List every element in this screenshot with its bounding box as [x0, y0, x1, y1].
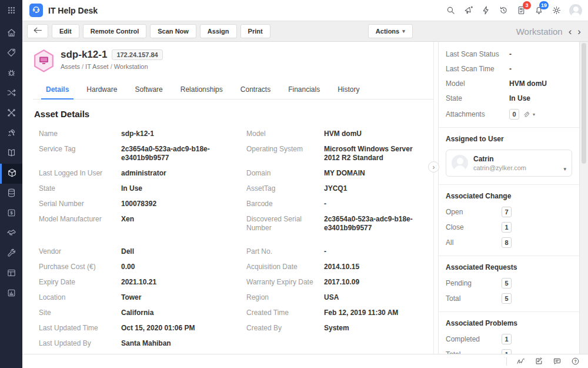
zap-icon[interactable] — [481, 5, 491, 15]
paperclip-icon[interactable] — [522, 111, 530, 118]
sidebar-item-solutions[interactable] — [0, 144, 22, 164]
count-badge[interactable]: 8 — [502, 237, 512, 248]
purchases-icon: $ — [6, 208, 16, 220]
announcement-icon[interactable] — [463, 5, 473, 15]
sidebar-item-home[interactable] — [0, 24, 22, 44]
prev-asset-button[interactable]: ‹ — [569, 26, 572, 37]
summary-panel: Last Scan Status- Last Scan Time- ModelH… — [438, 42, 579, 354]
breadcrumb: Assets/IT Asset/Workstation — [61, 63, 163, 70]
approvals-icon[interactable]: 3 — [516, 5, 526, 15]
sidebar-item-admin[interactable] — [0, 244, 22, 264]
sidebar-item-dashboard[interactable] — [0, 264, 22, 284]
approvals-badge: 3 — [523, 1, 531, 9]
zia-icon[interactable] — [516, 357, 525, 366]
sidebar-item-cmdb[interactable] — [0, 184, 22, 204]
count-badge[interactable]: 5 — [502, 278, 512, 289]
sidebar-item-changes[interactable] — [0, 84, 22, 104]
breadcrumb-it-asset[interactable]: IT Asset — [85, 63, 109, 70]
panel-row: StateIn Use — [446, 94, 572, 102]
tab-details[interactable]: Details — [38, 81, 77, 99]
sidebar: $ — [0, 0, 22, 368]
tab-contracts[interactable]: Contracts — [232, 81, 279, 99]
sidebar-item-requests[interactable] — [0, 44, 22, 64]
context-label: Workstation — [516, 26, 563, 37]
home-icon — [6, 28, 16, 40]
user-email: catrin@zylker.com — [473, 164, 526, 171]
panel-gutter: › — [433, 42, 438, 354]
app-logo — [29, 4, 43, 17]
tab-hardware[interactable]: Hardware — [78, 81, 125, 99]
toolbar: Edit Remote Control Scan Now Assign Prin… — [22, 21, 588, 42]
panel-collapse-handle[interactable]: › — [428, 161, 439, 173]
app-grid-icon[interactable] — [0, 0, 22, 20]
detail-row: SiteCaliforniaCreated TimeFeb 12, 2019 1… — [39, 309, 433, 317]
associated-problems-heading: Associated Problems — [446, 319, 572, 327]
changes-icon — [6, 88, 16, 100]
scan-now-button[interactable]: Scan Now — [150, 24, 196, 38]
tab-relationships[interactable]: Relationships — [172, 81, 231, 99]
asset-details-group1: Namesdp-k12-1ModelHVM domU Service Tag2c… — [33, 130, 433, 233]
count-badge[interactable]: 1 — [502, 334, 512, 344]
svg-text:$: $ — [10, 210, 13, 216]
edit-button[interactable]: Edit — [52, 24, 79, 38]
detail-row: Expiry Date2021.10.21Warranty Expiry Dat… — [39, 278, 433, 287]
count-badge[interactable]: 1 — [502, 222, 512, 233]
page-scrollbar[interactable] — [579, 42, 588, 354]
help-icon[interactable]: ? — [571, 357, 580, 366]
gear-icon[interactable] — [552, 5, 562, 15]
breadcrumb-assets[interactable]: Assets — [61, 63, 80, 70]
notifications-icon[interactable]: 19 — [534, 5, 544, 15]
print-button[interactable]: Print — [240, 24, 270, 38]
assign-button[interactable]: Assign — [200, 24, 237, 38]
user-name: Catrin — [473, 155, 526, 163]
detail-row: Namesdp-k12-1ModelHVM domU — [39, 130, 433, 138]
asset-detail-pane: sdp-k12-1 172.24.157.84 Assets/IT Asset/… — [22, 42, 433, 354]
asset-details-heading: Asset Details — [34, 109, 433, 119]
footer-bar: ? — [22, 354, 588, 368]
asset-tabs: Details Hardware Software Relationships … — [33, 81, 433, 100]
sidebar-item-projects[interactable] — [0, 104, 22, 124]
avatar[interactable] — [569, 4, 582, 17]
chevron-down-icon: ▾ — [402, 28, 405, 34]
next-asset-button[interactable]: › — [577, 26, 581, 37]
back-button[interactable] — [27, 24, 48, 38]
sidebar-item-purchases[interactable]: $ — [0, 204, 22, 224]
compose-icon[interactable] — [534, 357, 543, 366]
assoc-row: All8 — [446, 237, 572, 248]
assigned-user-card[interactable]: Catrin catrin@zylker.com ▾ — [446, 150, 572, 177]
count-badge[interactable]: 7 — [502, 207, 512, 217]
attachments-row: Attachments 0 ▾ — [446, 109, 572, 120]
notifications-badge: 19 — [539, 1, 549, 9]
sidebar-item-reports[interactable] — [0, 284, 22, 304]
tab-financials[interactable]: Financials — [280, 81, 328, 99]
count-badge[interactable]: 5 — [502, 293, 512, 304]
associated-change-heading: Associated Change — [446, 192, 572, 200]
count-badge[interactable]: 1 — [502, 349, 512, 354]
detail-row: Service Tag2c3654a0-523a-adc9-b18e-e3401… — [39, 145, 433, 163]
assoc-row: Total5 — [446, 293, 572, 304]
attachments-count[interactable]: 0 — [509, 109, 519, 120]
app-window: $ IT Help Desk 3 1 — [0, 0, 588, 368]
chat-icon[interactable] — [553, 357, 562, 366]
scrollbar-thumb[interactable] — [582, 43, 586, 164]
sidebar-item-releases[interactable] — [0, 124, 22, 144]
breadcrumb-workstation[interactable]: Workstation — [114, 63, 148, 70]
remote-control-button[interactable]: Remote Control — [83, 24, 147, 38]
sidebar-item-problems[interactable] — [0, 64, 22, 84]
actions-dropdown[interactable]: Actions▾ — [368, 24, 413, 38]
asset-ip-chip: 172.24.157.84 — [112, 49, 162, 60]
assoc-row: Completed1 — [446, 334, 572, 344]
history-icon[interactable] — [499, 5, 509, 15]
dashboard-icon — [6, 268, 16, 280]
cmdb-icon — [6, 188, 16, 200]
sidebar-item-assets[interactable] — [0, 164, 22, 184]
assoc-row: Close1 — [446, 222, 572, 233]
tab-history[interactable]: History — [329, 81, 368, 99]
sidebar-item-contracts[interactable] — [0, 224, 22, 244]
svg-text:?: ? — [574, 359, 576, 363]
detail-row: Model ManufacturerXenDiscovered Serial N… — [39, 215, 433, 233]
tab-software[interactable]: Software — [126, 81, 171, 99]
search-icon[interactable] — [446, 5, 456, 15]
chevron-down-icon[interactable]: ▾ — [533, 112, 535, 117]
detail-row: Last Updated TimeOct 15, 2020 01:06 PMCr… — [39, 324, 433, 333]
